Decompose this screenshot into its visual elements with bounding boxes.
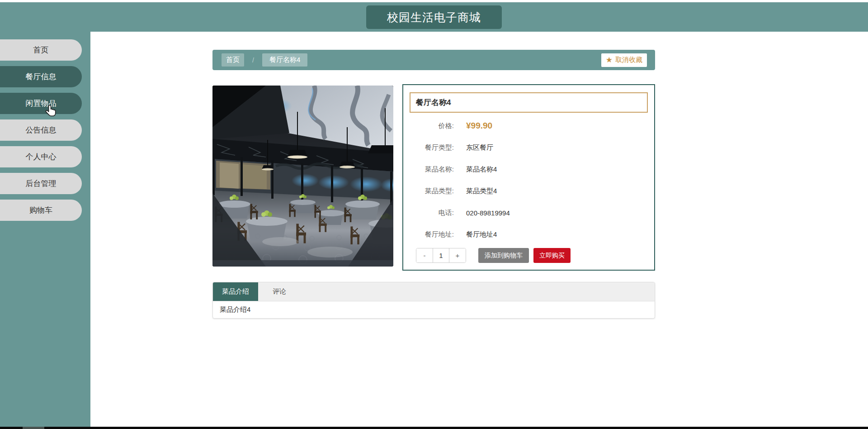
sidebar-item-idle-items[interactable]: 闲置物品 <box>0 93 82 114</box>
sidebar-item-restaurant-info[interactable]: 餐厅信息 <box>0 66 82 87</box>
main-content: 首页/餐厅名称4 ★ 取消收藏 <box>90 32 868 427</box>
field-value: 菜品名称4 <box>466 165 497 174</box>
product-field-row: 电话:020-89819994 <box>403 202 654 224</box>
breadcrumb-separator: / <box>252 57 254 64</box>
sidebar-item-admin[interactable]: 后台管理 <box>0 173 82 194</box>
sidebar-item-label: 个人中心 <box>26 152 57 162</box>
breadcrumb: 首页/餐厅名称4 ★ 取消收藏 <box>212 50 655 70</box>
field-value: 东区餐厅 <box>466 143 493 152</box>
field-value: 餐厅地址4 <box>466 230 497 239</box>
bottom-bar <box>0 427 868 429</box>
unfavorite-label: 取消收藏 <box>615 56 642 64</box>
product-field-row: 价格:¥99.90 <box>403 115 654 137</box>
tab-content: 菜品介绍4 <box>213 301 655 318</box>
breadcrumb-items: 首页/餐厅名称4 <box>222 53 307 67</box>
sidebar-item-label: 闲置物品 <box>26 98 57 109</box>
sidebar-item-label: 后台管理 <box>26 178 57 189</box>
quantity-value[interactable]: 1 <box>433 248 449 262</box>
sidebar-item-label: 餐厅信息 <box>26 72 57 82</box>
app-title: 校园生活电子商城 <box>387 10 481 25</box>
product-field-row: 餐厅类型:东区餐厅 <box>403 137 654 158</box>
product-field-row: 菜品名称:菜品名称4 <box>403 158 654 180</box>
breadcrumb-item[interactable]: 餐厅名称4 <box>262 53 307 67</box>
price-value: ¥99.90 <box>466 121 492 131</box>
sidebar-item-home[interactable]: 首页 <box>0 39 82 61</box>
app-header: 校园生活电子商城 <box>0 2 868 32</box>
breadcrumb-item[interactable]: 首页 <box>222 53 244 67</box>
tab-content-text: 菜品介绍4 <box>220 305 250 314</box>
sidebar-item-personal-center[interactable]: 个人中心 <box>0 146 82 167</box>
tab-bar: 菜品介绍评论 <box>213 282 655 301</box>
product-title: 餐厅名称4 <box>416 98 451 107</box>
field-label: 价格: <box>409 122 454 130</box>
field-label: 菜品名称: <box>409 165 454 174</box>
quantity-decrease-button[interactable]: - <box>416 248 433 262</box>
sidebar-item-label: 公告信息 <box>26 125 57 135</box>
sidebar-nav: 首页餐厅信息闲置物品公告信息个人中心后台管理购物车 <box>0 32 90 221</box>
tab-dish-intro[interactable]: 菜品介绍 <box>213 282 258 301</box>
field-value: 020-89819994 <box>466 209 510 217</box>
field-label: 菜品类型: <box>409 187 454 195</box>
unfavorite-button[interactable]: ★ 取消收藏 <box>601 53 647 67</box>
product-actions: - 1 + 添加到购物车 立即购买 <box>416 248 654 263</box>
product-field-row: 菜品类型:菜品类型4 <box>403 180 654 202</box>
quantity-stepper: - 1 + <box>416 248 466 263</box>
product-image <box>212 86 393 267</box>
sidebar: 首页餐厅信息闲置物品公告信息个人中心后台管理购物车 <box>0 32 90 427</box>
sidebar-item-cart[interactable]: 购物车 <box>0 200 82 221</box>
tabs-card: 菜品介绍评论 菜品介绍4 <box>212 282 655 319</box>
product-field-row: 餐厅地址:餐厅地址4 <box>403 224 654 245</box>
sidebar-item-label: 首页 <box>33 45 49 55</box>
star-icon: ★ <box>606 56 613 64</box>
scrollbar-thumb[interactable] <box>23 427 44 429</box>
page-container: 首页/餐厅名称4 ★ 取消收藏 <box>212 32 655 427</box>
field-label: 电话: <box>409 209 454 217</box>
buy-now-button[interactable]: 立即购买 <box>533 248 571 263</box>
sidebar-item-label: 购物车 <box>29 205 52 215</box>
add-to-cart-button[interactable]: 添加到购物车 <box>478 248 529 263</box>
field-label: 餐厅地址: <box>409 230 454 239</box>
product-fields: 价格:¥99.90餐厅类型:东区餐厅菜品名称:菜品名称4菜品类型:菜品类型4电话… <box>403 115 654 245</box>
sidebar-item-announcements[interactable]: 公告信息 <box>0 119 82 141</box>
tab-comments[interactable]: 评论 <box>258 282 301 301</box>
product-title-box: 餐厅名称4 <box>410 92 648 113</box>
field-value: 菜品类型4 <box>466 187 497 195</box>
app-title-box: 校园生活电子商城 <box>366 5 502 29</box>
product-panel: 餐厅名称4 价格:¥99.90餐厅类型:东区餐厅菜品名称:菜品名称4菜品类型:菜… <box>402 84 655 271</box>
field-label: 餐厅类型: <box>409 143 454 152</box>
quantity-increase-button[interactable]: + <box>449 248 466 262</box>
